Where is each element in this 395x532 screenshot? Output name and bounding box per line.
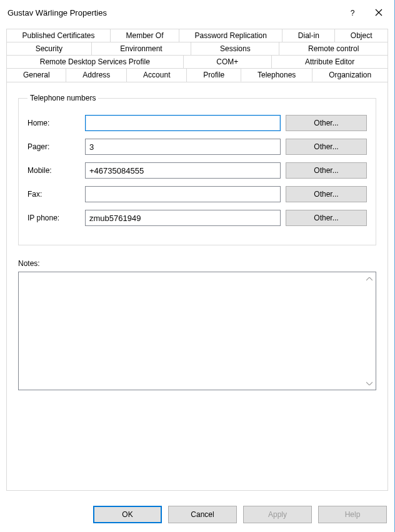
other-ip-phone-button[interactable]: Other... xyxy=(286,210,367,226)
scroll-up-button[interactable] xyxy=(364,273,374,284)
tab-object[interactable]: Object xyxy=(334,29,388,42)
tab-password-replication[interactable]: Password Replication xyxy=(179,29,282,42)
row-fax: Fax: Other... xyxy=(28,186,367,202)
tab-account[interactable]: Account xyxy=(126,68,187,82)
other-home-button[interactable]: Other... xyxy=(286,115,367,131)
other-fax-button[interactable]: Other... xyxy=(286,186,367,202)
scroll-down-button[interactable] xyxy=(364,378,374,388)
tab-attribute-editor[interactable]: Attribute Editor xyxy=(271,55,388,69)
notes-textarea[interactable] xyxy=(18,272,376,390)
tab-general[interactable]: General xyxy=(6,68,66,82)
tab-com-plus[interactable]: COM+ xyxy=(183,55,272,69)
help-icon: ? xyxy=(348,7,357,18)
tab-address[interactable]: Address xyxy=(66,68,127,82)
label-ip-phone: IP phone: xyxy=(28,214,80,222)
cancel-button[interactable]: Cancel xyxy=(168,506,237,523)
dialog-footer: OK Cancel Apply Help xyxy=(0,497,394,532)
row-ip-phone: IP phone: Other... xyxy=(28,210,367,226)
tab-strip: Published Certificates Member Of Passwor… xyxy=(6,29,388,82)
label-pager: Pager: xyxy=(28,142,80,151)
apply-button[interactable]: Apply xyxy=(243,506,312,523)
tab-published-certificates[interactable]: Published Certificates xyxy=(6,29,111,42)
input-ip-phone[interactable] xyxy=(85,210,281,226)
ok-button[interactable]: OK xyxy=(93,506,162,523)
row-home: Home: Other... xyxy=(28,115,367,131)
label-fax: Fax: xyxy=(28,190,80,199)
chevron-down-icon xyxy=(366,382,372,385)
input-pager[interactable] xyxy=(85,139,281,155)
input-fax[interactable] xyxy=(85,186,281,202)
other-mobile-button[interactable]: Other... xyxy=(286,162,367,179)
other-pager-button[interactable]: Other... xyxy=(286,139,367,155)
tab-security[interactable]: Security xyxy=(6,42,92,56)
notes-label: Notes: xyxy=(18,259,376,268)
tab-remote-control[interactable]: Remote control xyxy=(279,42,388,56)
input-home[interactable] xyxy=(85,115,281,131)
group-legend: Telephone numbers xyxy=(28,94,98,102)
window-title: Gustav Wärlinge Properties xyxy=(8,8,339,17)
close-button[interactable] xyxy=(366,2,392,22)
label-mobile: Mobile: xyxy=(28,166,80,175)
input-mobile[interactable] xyxy=(85,162,281,179)
tab-organization[interactable]: Organization xyxy=(312,68,388,82)
tab-rds-profile[interactable]: Remote Desktop Services Profile xyxy=(6,55,184,69)
row-pager: Pager: Other... xyxy=(28,139,367,155)
dialog-content: Published Certificates Member Of Passwor… xyxy=(0,25,394,497)
telephone-numbers-group: Telephone numbers Home: Other... Pager: … xyxy=(18,94,376,245)
tab-telephones[interactable]: Telephones xyxy=(241,68,312,82)
tab-environment[interactable]: Environment xyxy=(91,42,192,56)
notes-section: Notes: xyxy=(18,255,376,390)
properties-dialog: Gustav Wärlinge Properties ? Published C… xyxy=(0,0,395,532)
svg-text:?: ? xyxy=(351,9,355,17)
row-mobile: Mobile: Other... xyxy=(28,162,367,179)
titlebar: Gustav Wärlinge Properties ? xyxy=(0,0,394,25)
tab-member-of[interactable]: Member Of xyxy=(110,29,179,42)
label-home: Home: xyxy=(28,119,80,127)
tab-profile[interactable]: Profile xyxy=(186,68,241,82)
help-button[interactable]: ? xyxy=(339,2,366,22)
help-footer-button[interactable]: Help xyxy=(318,506,387,523)
tab-dial-in[interactable]: Dial-in xyxy=(282,29,335,42)
tab-sessions[interactable]: Sessions xyxy=(191,42,279,56)
chevron-up-icon xyxy=(366,277,372,281)
close-icon xyxy=(375,9,382,16)
tab-panel-telephones: Telephone numbers Home: Other... Pager: … xyxy=(6,82,388,491)
